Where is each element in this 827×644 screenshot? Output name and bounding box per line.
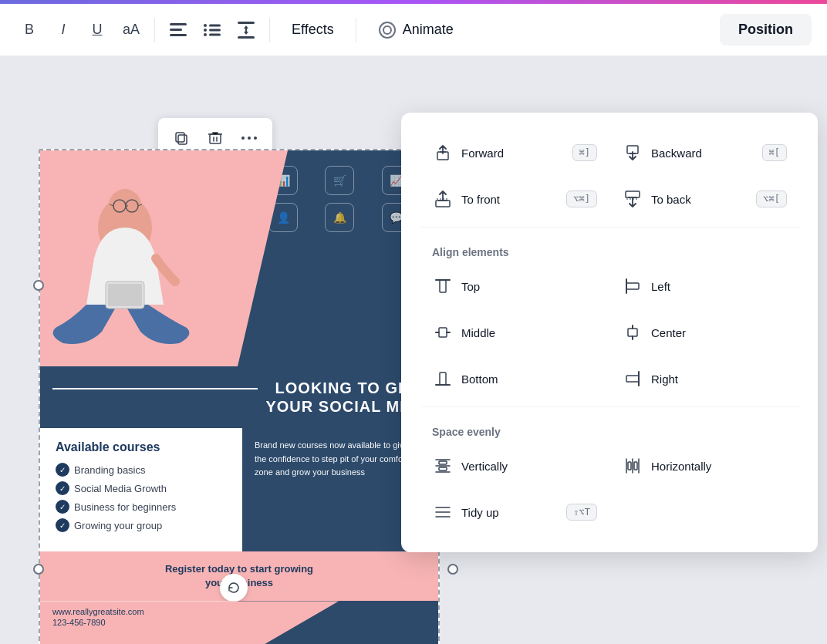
backward-item[interactable]: Backward ⌘[: [609, 131, 799, 174]
svg-rect-10: [238, 36, 255, 39]
courses-section: Available courses Branding basics Social…: [40, 428, 242, 551]
align-middle-label: Middle: [461, 326, 597, 339]
align-left-icon: [622, 275, 643, 297]
align-right-icon: [622, 368, 643, 389]
main-toolbar: B I U aA Effects: [0, 4, 827, 56]
svg-rect-45: [626, 376, 639, 382]
tidy-up-icon: [432, 501, 454, 523]
course-item-4: Growing your group: [56, 516, 227, 534]
person-image: [40, 150, 225, 366]
rotate-icon: [227, 581, 241, 595]
position-button[interactable]: Position: [720, 14, 812, 46]
position-label: Position: [738, 22, 793, 37]
divider-space: [420, 406, 799, 407]
forward-kbd: ⌘]: [572, 144, 597, 161]
svg-rect-15: [176, 133, 184, 142]
align-top-item[interactable]: Top: [420, 265, 609, 308]
svg-rect-55: [634, 462, 637, 470]
effects-label: Effects: [292, 22, 334, 38]
handle-bottom-left[interactable]: [33, 564, 44, 575]
align-center-icon: [622, 322, 643, 343]
bold-button[interactable]: B: [15, 16, 43, 44]
list-icon: [204, 23, 221, 37]
handle-bottom-right[interactable]: [447, 564, 458, 575]
course-item-1: Branding basics: [56, 460, 227, 479]
to-back-item[interactable]: To back ⌥⌘[: [609, 177, 799, 221]
svg-rect-43: [440, 373, 446, 385]
rotate-button[interactable]: [220, 574, 248, 602]
svg-rect-49: [439, 461, 447, 464]
position-dropdown: Forward ⌘] Backward ⌘[: [401, 113, 818, 552]
card-title-section: LOOKING TO GRO YOUR SOCIAL MED: [40, 366, 438, 428]
svg-point-5: [204, 29, 207, 32]
underline-button[interactable]: U: [83, 16, 111, 44]
available-courses-title: Available courses: [56, 440, 227, 454]
svg-point-12: [380, 22, 395, 38]
svg-rect-31: [626, 191, 640, 197]
svg-rect-41: [628, 329, 637, 336]
align-left-item[interactable]: Left: [609, 265, 799, 308]
effects-button[interactable]: Effects: [279, 15, 346, 44]
svg-rect-25: [108, 284, 142, 306]
backward-icon: [622, 142, 643, 164]
align-right-item[interactable]: Right: [609, 357, 799, 400]
spacing-icon: [238, 22, 255, 39]
svg-point-7: [204, 33, 207, 36]
tidy-up-item[interactable]: Tidy up ⇧⌥T: [420, 491, 609, 534]
spacing-button[interactable]: [232, 16, 260, 44]
svg-point-18: [248, 137, 251, 140]
align-button[interactable]: [164, 16, 192, 44]
to-back-label: To back: [651, 193, 748, 206]
space-vert-item[interactable]: Vertically: [420, 444, 609, 487]
copy-icon: [174, 130, 189, 146]
forward-label: Forward: [461, 147, 565, 160]
backward-kbd: ⌘[: [762, 144, 787, 161]
card-body-section: Available courses Branding basics Social…: [40, 428, 438, 551]
align-center-item[interactable]: Center: [609, 311, 799, 354]
more-button[interactable]: [235, 124, 263, 152]
space-section-header: Space evenly: [420, 413, 799, 444]
forward-item[interactable]: Forward ⌘]: [420, 131, 609, 174]
card-title-line1: LOOKING TO GRO: [265, 379, 423, 397]
forward-icon: [432, 142, 454, 164]
card-hero-section: 📊 🛒 📈 👤 🔔 💬: [40, 150, 438, 366]
align-right-label: Right: [651, 373, 787, 386]
svg-rect-6: [209, 29, 221, 31]
to-front-kbd: ⌥⌘]: [566, 191, 597, 207]
svg-rect-8: [209, 33, 221, 35]
svg-rect-14: [178, 135, 187, 144]
space-horiz-label: Horizontally: [651, 460, 787, 473]
delete-icon: [208, 130, 223, 146]
handle-top-left[interactable]: [33, 280, 44, 291]
divider-1: [154, 18, 155, 42]
copy-button[interactable]: [167, 124, 195, 152]
course-item-2: Social Media Growth: [56, 479, 227, 497]
italic-button[interactable]: I: [49, 16, 77, 44]
more-icon: [241, 136, 257, 140]
svg-point-3: [204, 24, 207, 27]
svg-rect-30: [436, 201, 450, 207]
backward-label: Backward: [651, 147, 754, 160]
order-section: Forward ⌘] Backward ⌘[: [420, 131, 799, 221]
animate-button[interactable]: Animate: [366, 15, 466, 46]
delete-button[interactable]: [201, 124, 229, 152]
space-vert-icon: [432, 455, 454, 477]
space-vert-label: Vertically: [461, 460, 597, 473]
align-bottom-item[interactable]: Bottom: [420, 357, 609, 400]
to-back-kbd: ⌥⌘[: [756, 191, 787, 207]
to-back-icon: [622, 188, 643, 210]
animate-label: Animate: [403, 22, 454, 38]
course-list: Branding basics Social Media Growth Busi…: [56, 460, 227, 534]
space-section: Vertically Horizontally: [420, 444, 799, 534]
align-top-label: Top: [461, 280, 597, 293]
fontsize-button[interactable]: aA: [117, 16, 145, 44]
space-horiz-item[interactable]: Horizontally: [609, 444, 799, 487]
document-card: 📊 🛒 📈 👤 🔔 💬 LOOKING TO GRO YOUR SOCIAL M…: [39, 149, 440, 644]
to-front-item[interactable]: To front ⌥⌘]: [420, 177, 609, 221]
align-section-header: Align elements: [420, 234, 799, 265]
svg-point-13: [383, 26, 391, 34]
divider-2: [269, 18, 270, 42]
align-middle-item[interactable]: Middle: [420, 311, 609, 354]
divider-3: [356, 18, 356, 42]
list-button[interactable]: [198, 16, 226, 44]
